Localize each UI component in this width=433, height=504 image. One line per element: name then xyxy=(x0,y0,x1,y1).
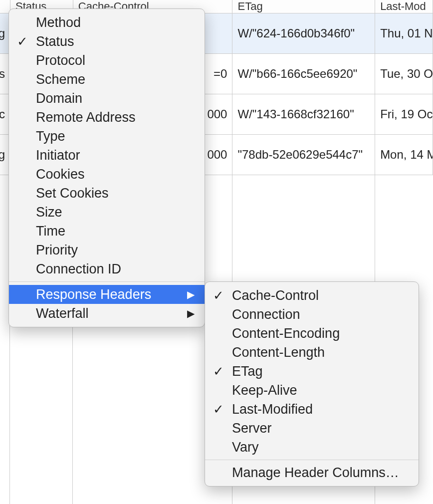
menu-item-label: Waterfall xyxy=(36,306,89,321)
cell-last-modified: Fri, 19 Oc xyxy=(375,94,433,134)
menu-item-connection-id[interactable]: Connection ID xyxy=(9,259,205,278)
menu-item-label: Cookies xyxy=(36,167,85,182)
menu-item-label: Method xyxy=(36,15,81,30)
menu-item-initiator[interactable]: Initiator xyxy=(9,146,205,165)
menu-item-label: Manage Header Columns… xyxy=(232,465,399,481)
menu-item-label: Response Headers xyxy=(36,287,151,302)
submenu-arrow-icon: ▶ xyxy=(187,307,195,319)
menu-item-label: Cache-Control xyxy=(232,288,319,303)
menu-item-label: Server xyxy=(232,421,272,436)
menu-item-label: Time xyxy=(36,224,65,239)
menu-item-label: Content-Encoding xyxy=(232,326,340,341)
response-headers-submenu: ✓Cache-ControlConnectionContent-Encoding… xyxy=(205,281,419,487)
menu-separator xyxy=(205,460,419,460)
cell-last-modified: Thu, 01 N xyxy=(375,13,433,53)
cell-last-modified: Tue, 30 O xyxy=(375,54,433,94)
menu-item-response-headers[interactable]: Response Headers▶ xyxy=(9,285,205,304)
menu-item-label: Priority xyxy=(36,243,78,258)
menu-item-vary[interactable]: Vary xyxy=(205,438,419,457)
menu-item-label: Status xyxy=(36,34,74,49)
cell-last-modified: Mon, 14 M xyxy=(375,135,433,175)
menu-item-manage-header-columns[interactable]: Manage Header Columns… xyxy=(205,463,419,482)
menu-item-method[interactable]: Method xyxy=(9,13,205,32)
menu-item-connection[interactable]: Connection xyxy=(205,305,419,324)
menu-item-scheme[interactable]: Scheme xyxy=(9,70,205,89)
menu-item-set-cookies[interactable]: Set Cookies xyxy=(9,184,205,203)
menu-item-remote-address[interactable]: Remote Address xyxy=(9,108,205,127)
menu-item-protocol[interactable]: Protocol xyxy=(9,51,205,70)
menu-item-time[interactable]: Time xyxy=(9,222,205,241)
menu-item-content-encoding[interactable]: Content-Encoding xyxy=(205,324,419,343)
menu-item-label: Initiator xyxy=(36,148,80,163)
submenu-arrow-icon: ▶ xyxy=(187,288,195,300)
menu-item-label: Set Cookies xyxy=(36,186,109,201)
menu-item-keep-alive[interactable]: Keep-Alive xyxy=(205,381,419,400)
menu-item-label: Protocol xyxy=(36,53,85,68)
menu-item-status[interactable]: ✓Status xyxy=(9,32,205,51)
col-header-last-modified[interactable]: Last-Mod xyxy=(375,0,433,13)
cell-etag: "78db-52e0629e544c7" xyxy=(232,135,375,175)
menu-item-label: Connection ID xyxy=(36,261,121,277)
checkmark-icon: ✓ xyxy=(205,288,232,303)
checkmark-icon: ✓ xyxy=(205,402,232,417)
cell-etag: W/"b66-166c5ee6920" xyxy=(232,54,375,94)
cell-etag: W/"143-1668cf32160" xyxy=(232,94,375,134)
menu-item-label: Keep-Alive xyxy=(232,383,297,398)
menu-item-type[interactable]: Type xyxy=(9,127,205,146)
menu-item-priority[interactable]: Priority xyxy=(9,241,205,259)
menu-item-content-length[interactable]: Content-Length xyxy=(205,343,419,362)
col-header-etag[interactable]: ETag xyxy=(232,0,375,13)
menu-item-waterfall[interactable]: Waterfall▶ xyxy=(9,304,205,323)
menu-separator xyxy=(9,281,205,282)
menu-item-etag[interactable]: ✓ETag xyxy=(205,362,419,381)
column-context-menu: Method✓StatusProtocolSchemeDomainRemote … xyxy=(8,8,205,327)
menu-item-label: ETag xyxy=(232,364,263,379)
menu-item-server[interactable]: Server xyxy=(205,419,419,438)
menu-item-cookies[interactable]: Cookies xyxy=(9,165,205,184)
menu-item-size[interactable]: Size xyxy=(9,203,205,222)
menu-item-label: Last-Modified xyxy=(232,402,313,417)
cell-etag: W/"624-166d0b346f0" xyxy=(232,13,375,53)
menu-item-label: Content-Length xyxy=(232,345,325,360)
menu-item-last-modified[interactable]: ✓Last-Modified xyxy=(205,400,419,419)
menu-item-label: Size xyxy=(36,205,62,220)
menu-item-label: Vary xyxy=(232,440,259,455)
menu-item-label: Type xyxy=(36,129,65,144)
menu-item-label: Scheme xyxy=(36,72,85,87)
menu-item-cache-control[interactable]: ✓Cache-Control xyxy=(205,286,419,305)
menu-item-domain[interactable]: Domain xyxy=(9,89,205,108)
checkmark-icon: ✓ xyxy=(9,34,36,49)
menu-item-label: Remote Address xyxy=(36,110,136,125)
menu-item-label: Connection xyxy=(232,307,300,322)
menu-item-label: Domain xyxy=(36,91,82,106)
checkmark-icon: ✓ xyxy=(205,364,232,379)
